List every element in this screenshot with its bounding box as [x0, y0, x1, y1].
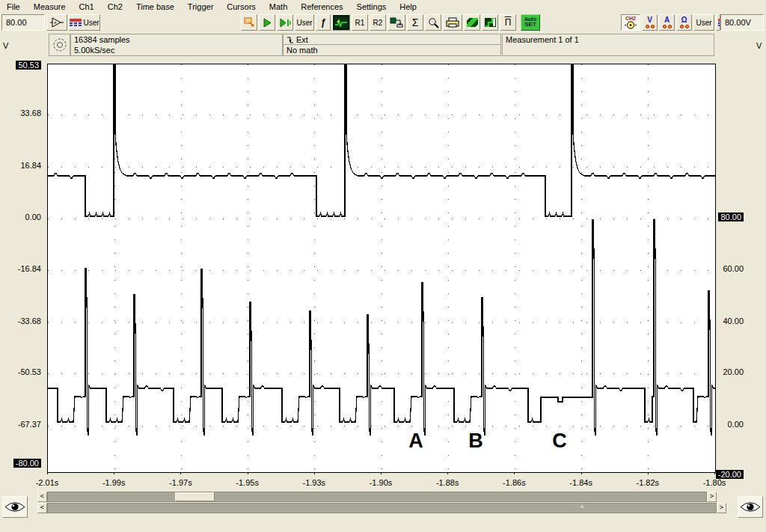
annotation-B: B — [468, 431, 483, 451]
measurement-cell[interactable]: Measurement 1 of 1 — [502, 34, 714, 56]
waveform-plot-area[interactable] — [47, 64, 716, 473]
sample-rate: 5.00kS/sec — [74, 45, 279, 55]
right-axis-tick-label: 80.00 — [715, 213, 754, 221]
left-axis-tick-label: 16.84 — [0, 161, 44, 170]
hscroll-thumb[interactable] — [175, 492, 215, 501]
right-axis-tick-label: 40.00 — [715, 317, 754, 325]
trigger-function-button[interactable]: ƒ — [316, 14, 331, 31]
hscroll-track[interactable] — [47, 492, 707, 502]
math-cell[interactable]: No math — [283, 44, 501, 56]
amplifier-icon: + — [50, 17, 64, 28]
volt-icon: V — [647, 16, 652, 24]
bnc-connector-icon — [625, 21, 637, 29]
play-icon — [263, 18, 272, 28]
left-axis-range-badge: -80.00 — [13, 459, 41, 468]
quick-note-button[interactable] — [241, 14, 257, 31]
x-axis-tick-label: -1.80s — [703, 478, 726, 487]
start-measurement-button[interactable] — [259, 14, 275, 31]
x-axis-tick-label: -1.86s — [503, 478, 526, 487]
x-axis-tick — [314, 472, 315, 474]
trigger-source: Ext — [296, 35, 308, 44]
x-axis-tick — [714, 472, 715, 474]
pan-right-button[interactable]: > — [717, 503, 726, 513]
ammeter-button[interactable]: A — [659, 14, 675, 31]
menu-ch2[interactable]: Ch2 — [101, 1, 129, 13]
green-gradient-icon — [467, 18, 478, 27]
menu-bar: FileMeasureCh1Ch2Time baseTriggerCursors… — [0, 0, 766, 13]
left-axis-tick-label: -50.53 — [0, 367, 44, 376]
pulse-measure-button[interactable]: Π — [500, 14, 516, 31]
sample-count: 16384 samples — [74, 34, 279, 45]
autodisk-indicator[interactable] — [49, 34, 70, 56]
menu-help[interactable]: Help — [393, 1, 423, 13]
right-eye-button[interactable] — [738, 496, 763, 518]
menu-cursors[interactable]: Cursors — [220, 1, 263, 13]
reference2-button[interactable]: R2 — [370, 14, 386, 31]
x-axis-tick-label: -1.90s — [370, 478, 393, 487]
pan-left-button[interactable]: < — [37, 503, 47, 513]
reference1-button[interactable]: R1 — [352, 14, 368, 31]
left-axis-tick-label: -33.68 — [0, 317, 44, 325]
ch2-meter-button[interactable]: CH2 — [621, 14, 640, 31]
hscroll-right-button[interactable]: > — [707, 492, 717, 502]
x-axis-tick-label: -1.97s — [169, 478, 192, 487]
menu-settings[interactable]: Settings — [350, 1, 393, 13]
menu-math[interactable]: Math — [263, 1, 294, 13]
right-axis-tick-label: 60.00 — [715, 264, 754, 273]
x-axis-tick — [47, 472, 48, 474]
left-axis-tick-label: -80.00 — [0, 459, 44, 468]
x-axis-tick — [648, 472, 649, 474]
user-meter-button[interactable]: User — [693, 14, 714, 31]
function-icon: ƒ — [321, 18, 326, 27]
menu-time-base[interactable]: Time base — [129, 1, 181, 13]
x-axis-tick-label: -1.93s — [303, 478, 326, 487]
trigger-source-cell[interactable]: Ext — [283, 34, 501, 45]
export-icon — [390, 17, 403, 28]
pan-center-marker: ^ — [580, 504, 583, 512]
right-axis-unit: V — [756, 41, 762, 50]
menu-references[interactable]: References — [294, 1, 349, 13]
x-axis-tick — [581, 472, 582, 474]
grid-dots — [48, 64, 715, 472]
ampere-icon: A — [664, 16, 670, 24]
pulse-icon: Π — [505, 17, 512, 28]
ohmmeter-button[interactable]: Ω — [676, 14, 692, 31]
ch1-colormap-user-button[interactable]: User — [69, 14, 100, 31]
sum-button[interactable]: Σ — [407, 14, 423, 31]
step-display-button[interactable] — [482, 14, 498, 31]
acquisition-info-cell[interactable]: 16384 samples 5.00kS/sec — [70, 34, 283, 56]
user-toolbar-button[interactable]: User — [295, 14, 314, 31]
trace-icon — [334, 17, 348, 28]
user-label: User — [83, 19, 99, 27]
zoom-button[interactable] — [425, 14, 441, 31]
x-axis-tick-label: -1.84s — [569, 478, 592, 487]
export-button[interactable] — [387, 14, 405, 31]
left-eye-button[interactable] — [2, 496, 28, 518]
hscroll-left-button[interactable]: < — [37, 492, 47, 502]
oneshot-button[interactable] — [277, 14, 293, 31]
menu-trigger[interactable]: Trigger — [181, 1, 220, 13]
left-axis-scale: 50.5333.6816.840.00-16.84-33.68-50.53-67… — [0, 0, 44, 532]
right-axis-range-badge: 80.00 — [718, 213, 744, 221]
left-axis-range-badge: 50.53 — [16, 61, 41, 70]
menu-ch1[interactable]: Ch1 — [73, 1, 101, 13]
x-axis-tick-label: -1.88s — [436, 478, 459, 487]
eye-icon — [740, 501, 761, 513]
voltmeter-button[interactable]: V — [642, 14, 658, 31]
source-trace-button[interactable] — [332, 14, 350, 31]
gradient-display-button[interactable] — [464, 14, 480, 31]
left-axis-tick-label: 50.53 — [0, 61, 44, 70]
autoset-button[interactable]: AutoSET — [521, 14, 540, 31]
x-axis-tick — [381, 472, 382, 474]
x-axis-tick-label: -2.01s — [36, 478, 59, 487]
note-pointer-icon — [244, 17, 255, 28]
pan-track[interactable]: ^ — [47, 503, 717, 513]
ohm-icon: Ω — [681, 16, 687, 24]
x-axis-tick — [180, 472, 181, 474]
play-stream-icon — [280, 18, 291, 28]
left-axis-tick-label: -16.84 — [0, 264, 44, 273]
x-axis-tick-label: -1.99s — [102, 478, 126, 487]
svg-text:+: + — [54, 19, 58, 26]
ch1-amplifier-button[interactable]: + — [46, 14, 67, 31]
print-button[interactable] — [443, 14, 462, 31]
